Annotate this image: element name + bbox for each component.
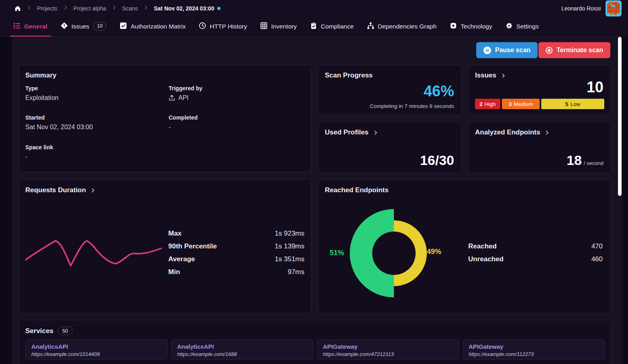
started-value: Sat Nov 02, 2024 03:00 [25,124,93,131]
tab-label: Settings [516,23,539,30]
summary-title: Summary [25,71,56,79]
service-card[interactable]: AnalyticsAPI https://example.com/1688 [171,340,314,360]
tab-issues[interactable]: Issues 10 [59,16,108,37]
tab-technology[interactable]: Technology [449,16,493,37]
used-profiles-value: 16/30 [420,153,454,168]
scan-progress-value: 46% [424,83,454,100]
unreached-percent-label: 49% [427,248,441,256]
tab-label: Dependencies Graph [378,23,437,30]
live-status-dot [217,7,220,10]
issues-count-badge: 10 [93,22,107,31]
tab-authorization-matrix[interactable]: Authorization Matrix [118,16,187,37]
space-link-label: Space link [25,144,53,150]
legend-label: Unreached [468,255,504,263]
tab-general[interactable]: General [12,16,49,37]
tab-settings[interactable]: Settings [504,16,540,37]
breadcrumb-projects[interactable]: Projects [37,5,57,12]
service-name: AnalyticsAPI [177,343,308,350]
terminate-scan-button[interactable]: Terminate scan [538,42,610,58]
scrollbar-thumb[interactable] [618,37,622,196]
reached-endpoints-donut-chart [349,208,439,298]
services-row: AnalyticsAPI https://example.com/1014408… [25,340,605,360]
gear-icon [506,22,513,31]
chevron-right-icon [63,5,68,12]
analyzed-endpoints-title: Analyzed Endpoints [475,128,540,136]
clock-icon [199,22,206,31]
stat-label: Max [168,230,181,238]
table-grid-icon [260,22,267,31]
severity-medium-badge[interactable]: 3Medium [502,99,540,109]
analyzed-endpoints-unit: / second [584,160,604,166]
services-card: Services 50 AnalyticsAPI https://example… [18,320,611,364]
completed-label: Completed [169,114,198,121]
avatar[interactable] [606,0,622,16]
service-card[interactable]: AnalyticsAPI https://example.com/1014408 [25,340,168,360]
tab-compliance[interactable]: Compliance [309,16,355,37]
stat-label: Min [168,268,180,276]
chevron-right-icon [26,5,32,12]
stat-row-average: Average1s 351ms [168,253,304,266]
stat-value: 1s 351ms [275,255,304,263]
breadcrumb-project-alpha[interactable]: Project alpha [73,5,106,12]
reached-endpoints-title: Reached Endpoints [325,186,389,194]
tab-dependencies-graph[interactable]: Dependencies Graph [366,16,438,37]
issues-diamond-icon [61,22,68,31]
stat-label: Average [168,255,195,263]
stat-row-p90: 90th Percentile1s 139ms [168,240,304,253]
issues-title-row[interactable]: Issues [475,71,506,79]
chevron-right-icon [500,73,506,79]
tab-label: Authorization Matrix [130,23,186,30]
severity-low-count: 5 [565,101,569,107]
breadcrumb-current-scan: Sat Nov 02, 2024 03:00 [154,5,220,12]
requests-duration-title-row[interactable]: Requests Duration [25,186,96,194]
pause-scan-label: Pause scan [495,47,530,54]
chevron-right-icon [111,5,117,12]
technology-chip-icon [450,22,457,31]
reached-percent-label: 51% [330,249,344,257]
reached-endpoints-card: Reached Endpoints 51% 49% Reached470 Unr… [318,179,611,313]
service-card[interactable]: APIGateway https://example.com/47212113 [317,340,459,360]
requests-duration-stats: Max1s 923ms 90th Percentile1s 139ms Aver… [168,227,304,279]
legend-value: 470 [591,242,603,250]
triggered-by-text: API [178,94,189,102]
legend-row-unreached: Unreached460 [468,253,603,266]
services-title: Services [25,327,53,335]
stat-value: 1s 139ms [275,242,304,250]
service-url: https://example.com/1688 [177,351,308,357]
severity-low-badge[interactable]: 5Low [541,99,604,109]
tab-inventory[interactable]: Inventory [259,16,298,37]
requests-duration-card: Requests Duration Max1s 923ms 90th Perce… [18,179,311,313]
analyzed-endpoints-card: Analyzed Endpoints 18 / second [468,122,611,173]
used-profiles-title-row[interactable]: Used Profiles [325,128,379,136]
chevron-right-icon [90,187,96,193]
analyzed-endpoints-title-row[interactable]: Analyzed Endpoints [475,128,550,136]
summary-card: Summary Type Exploitation Triggered by A… [18,65,311,172]
breadcrumb-scans[interactable]: Scans [122,5,138,12]
scan-progress-title: Scan Progress [325,71,373,79]
chevron-right-icon [544,130,550,136]
tab-http-history[interactable]: HTTP History [198,16,248,37]
legend-label: Reached [468,242,497,250]
service-name: APIGateway [469,343,599,350]
severity-high-badge[interactable]: 2High [475,99,500,109]
stop-circle-icon [546,47,553,54]
main-content-panel: Pause scan Terminate scan Summary Type E… [12,37,617,364]
severity-medium-label: Medium [514,101,533,107]
share-upload-icon [169,95,175,101]
pause-scan-button[interactable]: Pause scan [476,42,538,58]
service-card[interactable]: APIGateway https://example.com/112273 [463,340,605,360]
breadcrumb: Projects Project alpha Scans Sat Nov 02,… [14,5,220,12]
type-value: Exploitation [25,94,59,102]
stat-label: 90th Percentile [168,242,217,250]
home-icon[interactable] [14,5,21,12]
space-link-value: - [25,153,27,161]
sitemap-icon [367,22,374,31]
tab-label: Inventory [271,23,297,30]
service-url: https://example.com/112273 [469,351,599,357]
triggered-by-label: Triggered by [169,85,202,92]
general-list-icon [13,22,20,31]
completed-value: - [169,124,171,131]
tab-label: General [24,23,47,30]
requests-duration-title: Requests Duration [25,186,86,194]
started-label: Started [25,114,45,121]
